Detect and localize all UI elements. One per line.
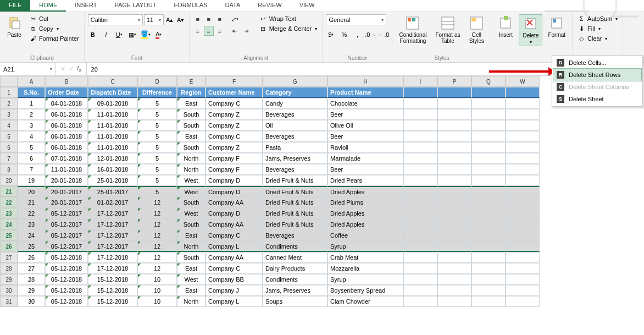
cell-F22[interactable]: Company AA <box>206 197 263 208</box>
cell-C4[interactable]: 11-01-2018 <box>88 120 137 131</box>
header-cell[interactable]: Customer Name <box>206 87 263 98</box>
cell-I26[interactable] <box>403 241 437 252</box>
cell-A5[interactable]: 4 <box>18 131 45 142</box>
cell-G5[interactable]: Beverages <box>263 131 327 142</box>
cell-E31[interactable]: North <box>177 296 206 307</box>
cell-A29[interactable]: 28 <box>18 274 45 285</box>
cell-B22[interactable]: 20-01-2017 <box>45 197 88 208</box>
cell-D28[interactable]: 12 <box>137 263 177 274</box>
cell-F26[interactable]: Company L <box>206 241 263 252</box>
cell-P30[interactable] <box>437 285 471 296</box>
tab-view[interactable]: VIEW <box>291 0 324 12</box>
header-cell[interactable]: S.No. <box>18 87 45 98</box>
cell-E28[interactable]: East <box>177 263 206 274</box>
cell-E29[interactable]: West <box>177 274 206 285</box>
cell-C5[interactable]: 11-01-2018 <box>88 131 137 142</box>
cell-Q29[interactable] <box>471 274 506 285</box>
header-cell[interactable] <box>403 87 437 98</box>
row-header-21[interactable]: 21 <box>0 186 18 197</box>
tab-data[interactable]: DATA <box>216 0 249 12</box>
cell-G28[interactable]: Dairy Products <box>263 263 327 274</box>
cell-Q30[interactable] <box>471 285 506 296</box>
cell-G26[interactable]: Condiments <box>263 241 327 252</box>
font-name-combo[interactable]: Calibri▾ <box>88 14 143 25</box>
cell-A22[interactable]: 21 <box>18 197 45 208</box>
copy-button[interactable]: ⧉Copy▾ <box>27 24 81 33</box>
cell-G7[interactable]: Jams, Preserves <box>263 153 327 164</box>
cell-W20[interactable] <box>506 175 540 186</box>
header-cell[interactable] <box>471 87 506 98</box>
cell-A2[interactable]: 1 <box>18 98 45 109</box>
cell-B25[interactable]: 05-12-2017 <box>45 230 88 241</box>
cell-Q24[interactable] <box>471 219 506 230</box>
cell-W30[interactable] <box>506 285 540 296</box>
cell-Q26[interactable] <box>471 241 506 252</box>
cell-C28[interactable]: 17-12-2018 <box>88 263 137 274</box>
cell-A26[interactable]: 25 <box>18 241 45 252</box>
cell-H24[interactable]: Dried Apples <box>327 219 403 230</box>
cell-A25[interactable]: 24 <box>18 230 45 241</box>
cell-C24[interactable]: 17-12-2017 <box>88 219 137 230</box>
cell-F23[interactable]: Company D <box>206 208 263 219</box>
align-left-icon[interactable]: ≡ <box>193 26 203 36</box>
cell-W5[interactable] <box>506 131 540 142</box>
cell-A7[interactable]: 6 <box>18 153 45 164</box>
fill-button[interactable]: ⬇Fill▾ <box>576 24 619 33</box>
cell-D2[interactable]: 5 <box>137 98 177 109</box>
col-header-B[interactable]: B <box>45 76 88 87</box>
cell-F30[interactable]: Company J <box>206 285 263 296</box>
cell-Q22[interactable] <box>471 197 506 208</box>
cell-H27[interactable]: Crab Meat <box>327 252 403 263</box>
name-box[interactable]: A21▾ <box>0 63 56 75</box>
cell-C27[interactable]: 17-12-2018 <box>88 252 137 263</box>
cell-H30[interactable]: Boysenberry Spread <box>327 285 403 296</box>
cell-H8[interactable]: Beer <box>327 164 403 175</box>
cell-W8[interactable] <box>506 164 540 175</box>
align-top-icon[interactable]: ≡ <box>193 14 203 24</box>
align-middle-icon[interactable]: ≡ <box>204 14 214 24</box>
cell-E27[interactable]: South <box>177 252 206 263</box>
cell-F25[interactable]: Company C <box>206 230 263 241</box>
row-header-28[interactable]: 28 <box>0 263 18 274</box>
cell-D7[interactable]: 5 <box>137 153 177 164</box>
cell-E5[interactable]: East <box>177 131 206 142</box>
cell-Q7[interactable] <box>471 153 506 164</box>
bold-button[interactable]: B <box>88 30 98 40</box>
menu-delete-cells[interactable]: DDelete Cells... <box>553 57 641 69</box>
cell-Q25[interactable] <box>471 230 506 241</box>
cell-G23[interactable]: Dried Fruit & Nuts <box>263 208 327 219</box>
cell-A23[interactable]: 22 <box>18 208 45 219</box>
cell-H21[interactable]: Dried Apples <box>327 186 403 197</box>
cell-E6[interactable]: South <box>177 142 206 153</box>
cell-D3[interactable]: 5 <box>137 109 177 120</box>
col-header-C[interactable]: C <box>88 76 137 87</box>
cell-B6[interactable]: 06-01-2018 <box>45 142 88 153</box>
cell-F3[interactable]: Company Z <box>206 109 263 120</box>
cell-W23[interactable] <box>506 208 540 219</box>
cell-P25[interactable] <box>437 230 471 241</box>
cell-F28[interactable]: Company C <box>206 263 263 274</box>
underline-button[interactable]: U▾ <box>114 30 124 40</box>
cell-C3[interactable]: 11-01-2018 <box>88 109 137 120</box>
cell-I6[interactable] <box>403 142 437 153</box>
cell-F2[interactable]: Company C <box>206 98 263 109</box>
align-bottom-icon[interactable]: ≡ <box>215 14 225 24</box>
cut-button[interactable]: ✂Cut <box>27 14 81 23</box>
cell-B27[interactable]: 05-12-2018 <box>45 252 88 263</box>
row-header-3[interactable]: 3 <box>0 109 18 120</box>
format-cells-button[interactable]: Format <box>545 14 569 39</box>
cell-B24[interactable]: 05-12-2017 <box>45 219 88 230</box>
fill-color-button[interactable]: 🪣▾ <box>141 30 151 40</box>
increase-indent-icon[interactable]: ⇥ <box>241 26 251 36</box>
cell-G21[interactable]: Dried Fruit & Nuts <box>263 186 327 197</box>
row-header-2[interactable]: 2 <box>0 98 18 109</box>
cell-I28[interactable] <box>403 263 437 274</box>
header-cell[interactable]: Category <box>263 87 327 98</box>
orientation-icon[interactable]: ⤢▾ <box>230 14 240 24</box>
cell-H31[interactable]: Clam Chowder <box>327 296 403 307</box>
cell-B23[interactable]: 05-12-2017 <box>45 208 88 219</box>
cell-I24[interactable] <box>403 219 437 230</box>
col-header-W[interactable]: W <box>506 76 540 87</box>
cell-Q5[interactable] <box>471 131 506 142</box>
cell-F31[interactable]: Company L <box>206 296 263 307</box>
